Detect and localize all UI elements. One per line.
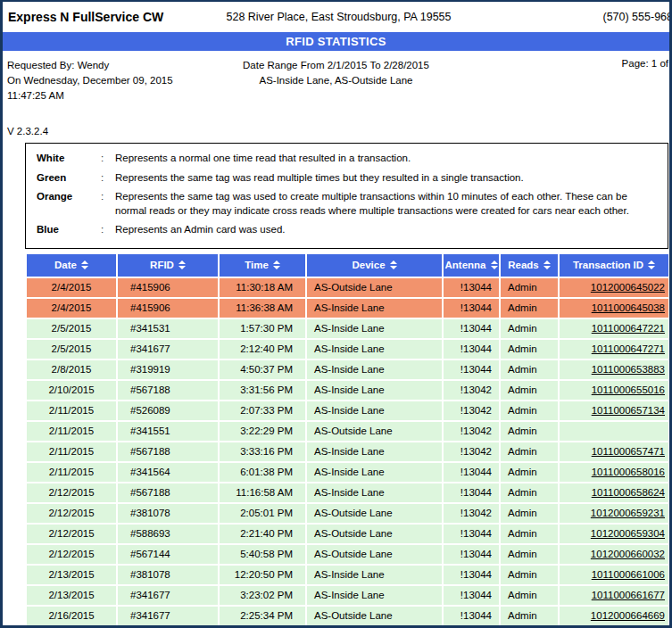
business-address: 528 River Place, East Stroudsburg, PA 19… [226, 11, 451, 23]
legend-row-white: White : Represents a normal one time rea… [37, 152, 659, 166]
cell-transaction_id: 1011000653883 [560, 360, 668, 379]
sort-icon[interactable] [390, 260, 397, 269]
cell-device: AS-Outside Lane [307, 504, 442, 523]
cell-antenna: !13044 [444, 607, 499, 625]
cell-transaction_id: 1011000657134 [560, 401, 668, 420]
transaction-id-link[interactable]: 1011000658624 [592, 487, 665, 498]
legend-box: White : Represents a normal one time rea… [25, 143, 668, 249]
column-header-time[interactable]: Time [220, 254, 305, 277]
cell-date: 2/12/2015 [27, 525, 116, 543]
transaction-id-link[interactable]: 1011000647221 [592, 323, 665, 334]
cell-reads: Admin [501, 442, 558, 461]
cell-date: 2/13/2015 [27, 566, 116, 584]
cell-antenna: !13042 [444, 381, 499, 400]
column-header-transaction-id[interactable]: Transaction ID [560, 254, 668, 277]
cell-transaction_id: 1011000658624 [560, 483, 668, 502]
legend-text: Represents an Admin card was used. [115, 223, 659, 237]
cell-rfid: #319919 [118, 360, 218, 379]
cell-reads: Admin [501, 319, 558, 338]
cell-rfid: #526089 [118, 401, 218, 420]
transaction-id-link[interactable]: 1012000659231 [591, 508, 665, 518]
cell-reads: Admin [501, 566, 558, 584]
cell-time: 11:36:38 AM [220, 299, 305, 318]
sort-icon[interactable] [273, 260, 280, 269]
table-row: 2/10/2015#5671883:31:56 PMAS-Inside Lane… [27, 381, 668, 400]
cell-device: AS-Inside Lane [307, 299, 442, 318]
sort-icon[interactable] [543, 260, 551, 269]
cell-time: 2:05:01 PM [220, 504, 305, 523]
legend-colon: : [101, 152, 115, 166]
report-title: RFID STATISTICS [286, 35, 386, 48]
cell-rfid: #341677 [118, 607, 218, 625]
cell-reads: Admin [501, 340, 558, 359]
transaction-id-link[interactable]: 1011000647271 [592, 343, 665, 354]
column-header-label: Transaction ID [573, 260, 643, 270]
cell-device: AS-Inside Lane [307, 463, 442, 482]
cell-time: 3:22:29 PM [220, 422, 305, 441]
transaction-id-link[interactable]: 1011000661677 [592, 590, 665, 600]
table-row: 2/12/2015#56718811:16:58 AMAS-Inside Lan… [27, 483, 668, 502]
cell-date: 2/5/2015 [27, 340, 116, 359]
cell-date: 2/12/2015 [27, 545, 116, 564]
report-title-bar: RFID STATISTICS [3, 32, 669, 51]
cell-rfid: #341677 [118, 340, 218, 359]
cell-time: 3:31:56 PM [220, 381, 305, 400]
transaction-id-link[interactable]: 1011000645038 [592, 302, 665, 313]
transaction-id-link[interactable]: 1012000645022 [591, 282, 665, 293]
cell-antenna: !13044 [444, 278, 499, 297]
table-row: 2/4/2015#41590611:36:38 AMAS-Inside Lane… [27, 299, 668, 318]
column-header-antenna[interactable]: Antenna [444, 254, 499, 277]
sort-icon[interactable] [491, 260, 498, 269]
cell-date: 2/12/2015 [27, 483, 116, 502]
transaction-id-link[interactable]: 1011000657471 [592, 446, 665, 457]
cell-device: AS-Inside Lane [307, 566, 442, 584]
cell-device: AS-Inside Lane [307, 586, 442, 605]
sort-icon[interactable] [178, 260, 186, 269]
cell-device: AS-Inside Lane [307, 319, 442, 338]
transaction-id-link[interactable]: 1012000660032 [591, 549, 665, 559]
transaction-id-link[interactable]: 1011000653883 [592, 364, 665, 375]
table-row: 2/12/2015#3810782:05:01 PMAS-Outside Lan… [27, 504, 668, 523]
cell-date: 2/16/2015 [27, 607, 116, 625]
transaction-id-link[interactable]: 1011000657134 [592, 405, 665, 416]
cell-transaction_id: 1011000647271 [560, 340, 668, 359]
transaction-id-link[interactable]: 1012000659304 [591, 528, 665, 539]
cell-transaction_id: 1011000655016 [560, 381, 668, 400]
cell-transaction_id: 1011000661006 [560, 566, 668, 584]
cell-rfid: #567188 [118, 442, 218, 461]
cell-date: 2/11/2015 [27, 442, 116, 461]
column-header-date[interactable]: Date [27, 254, 116, 277]
cell-rfid: #588693 [118, 525, 218, 543]
transaction-id-link[interactable]: 1012000664669 [591, 610, 665, 621]
table-row: 2/16/2015#3416772:25:34 PMAS-Outside Lan… [27, 607, 668, 625]
table-row: 2/13/2015#3416773:23:02 PMAS-Inside Lane… [27, 586, 668, 605]
table-row: 2/8/2015#3199194:50:37 PMAS-Inside Lane!… [27, 360, 668, 379]
business-phone: (570) 555-968 [602, 11, 672, 23]
column-header-rfid[interactable]: RFID [118, 254, 218, 277]
transaction-id-link[interactable]: 1011000655016 [592, 384, 665, 395]
cell-device: AS-Inside Lane [307, 483, 442, 502]
column-header-device[interactable]: Device [307, 254, 442, 277]
cell-date: 2/11/2015 [27, 401, 116, 420]
cell-device: AS-Inside Lane [307, 340, 442, 359]
sort-icon[interactable] [81, 260, 88, 269]
cell-transaction_id: 1012000664669 [560, 607, 668, 625]
table-row: 2/11/2015#5260892:07:33 PMAS-Inside Lane… [27, 401, 668, 420]
transaction-id-link[interactable]: 1011000661006 [592, 569, 665, 580]
page-frame: Express N FullService CW 528 River Place… [0, 0, 672, 628]
cell-reads: Admin [501, 278, 558, 297]
requested-time-line: 11:47:25 AM [7, 88, 173, 103]
transaction-id-link[interactable]: 1011000658016 [592, 467, 665, 477]
range-info-block: Date Range From 2/1/2015 To 2/28/2015 AS… [3, 58, 669, 88]
cell-antenna: !13042 [444, 401, 499, 420]
cell-antenna: !13044 [444, 319, 499, 338]
table-header-row: Date RFID Time Device Antenna Reads Tran… [27, 254, 668, 277]
legend-label: Blue [37, 223, 101, 237]
cell-antenna: !13044 [444, 463, 499, 482]
cell-time: 11:30:18 AM [220, 278, 305, 297]
report-info-section: Requested By: Wendy On Wednesday, Decemb… [3, 51, 669, 143]
cell-rfid: #567144 [118, 545, 218, 564]
column-header-reads[interactable]: Reads [501, 254, 558, 277]
sort-icon[interactable] [648, 260, 655, 269]
cell-rfid: #341677 [118, 586, 218, 605]
